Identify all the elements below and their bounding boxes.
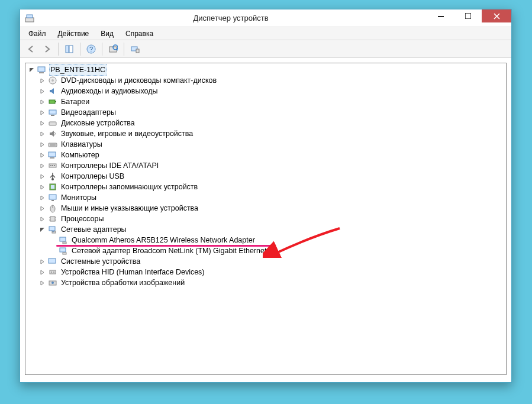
tree-label: DVD-дисководы и дисководы компакт-дисков xyxy=(60,75,218,86)
menu-help[interactable]: Справка xyxy=(121,28,158,39)
svg-rect-16 xyxy=(39,72,44,73)
tree-item-video[interactable]: Видеоадаптеры xyxy=(25,107,506,118)
tree-item-monitor[interactable]: Мониторы xyxy=(25,192,506,203)
collapse-icon[interactable] xyxy=(38,226,46,233)
tree-label: Контроллеры USB xyxy=(60,171,125,182)
help-button[interactable]: ? xyxy=(84,42,98,56)
close-button[interactable] xyxy=(482,9,511,22)
svg-rect-22 xyxy=(51,115,54,116)
svg-rect-21 xyxy=(49,110,56,114)
tree-item-battery[interactable]: Батареи xyxy=(25,96,506,107)
tree-item-network[interactable]: Сетевые адаптеры xyxy=(25,224,506,235)
tree-item-storage[interactable]: Контроллеры запоминающих устройств xyxy=(25,182,506,192)
svg-rect-45 xyxy=(49,227,55,231)
tree-item-computer[interactable]: Компьютер xyxy=(25,150,506,160)
tree-item-system[interactable]: Системные устройства xyxy=(25,256,506,267)
tree-label: Устройства обработки изображений xyxy=(60,277,186,288)
device-tree-panel[interactable]: PB_ENTE-11HC DVD-дисководы и дисководы к… xyxy=(25,63,507,375)
svg-rect-0 xyxy=(25,18,34,22)
svg-rect-52 xyxy=(49,258,56,263)
expand-icon[interactable] xyxy=(38,162,46,169)
toolbar-divider xyxy=(80,43,80,56)
svg-rect-7 xyxy=(69,46,73,53)
tree-label: Компьютер xyxy=(60,150,101,160)
expand-icon[interactable] xyxy=(38,215,46,222)
expand-icon[interactable] xyxy=(38,98,46,105)
expand-icon[interactable] xyxy=(38,109,46,116)
tree-label: Контроллеры запоминающих устройств xyxy=(60,182,199,192)
mouse-icon xyxy=(48,203,57,213)
tree-label: Мониторы xyxy=(60,192,98,203)
svg-rect-15 xyxy=(38,67,45,72)
svg-rect-20 xyxy=(55,101,56,102)
svg-rect-51 xyxy=(63,253,66,254)
tree-item-cpu[interactable]: Процессоры xyxy=(25,214,506,224)
svg-rect-19 xyxy=(49,100,55,104)
monitor-icon xyxy=(48,193,57,202)
network-adapter-icon xyxy=(59,235,68,245)
svg-point-55 xyxy=(53,272,54,273)
tree-item-wireless-adapter[interactable]: Qualcomm Atheros AR5B125 Wireless Networ… xyxy=(25,235,506,245)
scan-hardware-button[interactable] xyxy=(106,42,120,56)
app-icon xyxy=(25,14,34,23)
tree-root[interactable]: PB_ENTE-11HC xyxy=(25,64,506,75)
hid-icon xyxy=(48,267,57,277)
svg-point-57 xyxy=(51,282,54,284)
expand-icon[interactable] xyxy=(38,119,46,127)
back-button[interactable] xyxy=(24,42,38,56)
window-buttons xyxy=(427,9,511,27)
expand-icon[interactable] xyxy=(38,130,46,137)
device-tree: PB_ENTE-11HC DVD-дисководы и дисководы к… xyxy=(25,63,506,289)
svg-rect-49 xyxy=(63,242,66,244)
tree-item-disk[interactable]: Дисковые устройства xyxy=(25,118,506,128)
tree-item-hid[interactable]: Устройства HID (Human Interface Devices) xyxy=(25,267,506,277)
expand-icon[interactable] xyxy=(38,88,46,95)
computer-icon xyxy=(37,65,47,75)
expand-icon[interactable] xyxy=(38,258,46,265)
tree-item-mouse[interactable]: Мыши и иные указывающие устройства xyxy=(25,203,506,214)
tree-label: Дисковые устройства xyxy=(60,118,136,128)
expand-icon[interactable] xyxy=(38,151,46,159)
maximize-button[interactable] xyxy=(454,9,482,22)
show-hide-tree-button[interactable] xyxy=(62,42,76,56)
tree-item-ide[interactable]: Контроллеры IDE ATA/ATAPI xyxy=(25,160,506,171)
tree-item-ethernet-adapter[interactable]: Сетевой адаптер Broadcom NetLink (TM) Gi… xyxy=(25,245,506,256)
expand-icon[interactable] xyxy=(38,194,46,201)
toolbar-divider xyxy=(124,43,124,56)
svg-rect-30 xyxy=(50,165,51,166)
menubar: Файл Действие Вид Справка xyxy=(20,27,511,40)
devices-printers-button[interactable] xyxy=(128,42,142,56)
expand-icon[interactable] xyxy=(38,173,46,180)
tree-item-keyboard[interactable]: Клавиатуры xyxy=(25,139,506,150)
tree-label: Батареи xyxy=(60,96,91,107)
menu-action[interactable]: Действие xyxy=(53,28,94,39)
menu-view[interactable]: Вид xyxy=(96,28,118,39)
expand-icon[interactable] xyxy=(38,205,46,212)
usb-icon xyxy=(48,172,57,181)
tree-label: Процессоры xyxy=(60,214,105,224)
expand-icon[interactable] xyxy=(38,141,46,148)
window-title: Диспетчер устройств xyxy=(34,14,427,22)
tree-item-dvd[interactable]: DVD-дисководы и дисководы компакт-дисков xyxy=(25,75,506,86)
forward-button[interactable] xyxy=(40,42,54,56)
imaging-icon xyxy=(48,278,57,287)
dvd-icon xyxy=(48,76,57,85)
collapse-icon[interactable] xyxy=(28,66,35,73)
computer-icon xyxy=(48,150,57,160)
minimize-button[interactable] xyxy=(427,9,454,22)
display-adapter-icon xyxy=(48,108,57,117)
menu-file[interactable]: Файл xyxy=(24,28,51,39)
svg-rect-48 xyxy=(60,237,66,241)
expand-icon[interactable] xyxy=(38,183,46,190)
cpu-icon xyxy=(48,214,57,224)
expand-icon[interactable] xyxy=(38,269,46,276)
tree-item-audio[interactable]: Аудиовходы и аудиовыходы xyxy=(25,86,506,96)
tree-label: Звуковые, игровые и видеоустройства xyxy=(60,128,194,139)
expand-icon[interactable] xyxy=(38,77,46,84)
tree-item-imaging[interactable]: Устройства обработки изображений xyxy=(25,277,506,288)
expand-icon[interactable] xyxy=(38,279,46,286)
svg-rect-27 xyxy=(49,152,56,157)
tree-item-usb[interactable]: Контроллеры USB xyxy=(25,171,506,182)
tree-item-sound[interactable]: Звуковые, игровые и видеоустройства xyxy=(25,128,506,139)
tree-label: Видеоадаптеры xyxy=(60,107,117,118)
